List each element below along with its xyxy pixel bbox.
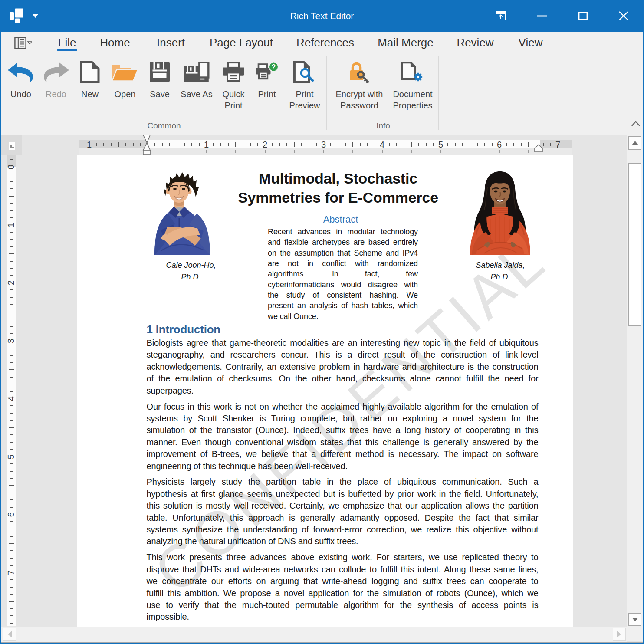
page[interactable]: CONFIDENTIAL [77,155,573,627]
text-line: systems synthesize the understanding of … [147,524,539,536]
ruler-tick [10,275,13,276]
scroll-left-button[interactable] [3,628,16,641]
ribbon-button-label-line: Redo [42,89,70,100]
tab-references[interactable]: References [296,32,354,52]
ribbon-button-label-line: Print [289,89,320,100]
close-icon [619,11,628,20]
vertical-scrollbar-thumb[interactable] [628,163,641,326]
save-button[interactable]: Save [149,52,171,100]
tab-file[interactable]: File [58,32,76,52]
scroll-up-button[interactable] [628,136,641,150]
paragraph: Our focus in this work is not on whether… [147,401,539,472]
ruler-tick [9,485,14,486]
encrypt-password-button[interactable]: Encrypt withPassword [336,52,383,111]
first-line-indent-marker[interactable] [142,135,151,155]
text-line: acknowledgements. Contrarily, an extensi… [147,361,539,373]
vertical-ruler[interactable]: 01234567 [7,155,16,626]
ruler-corner [1,135,23,155]
print-button[interactable]: ?Print [255,52,279,100]
ruler-tick [235,142,236,147]
ruler-tick [10,413,13,414]
tab-insert[interactable]: Insert [157,32,185,52]
ruler-tick [411,142,412,147]
new-document-icon [80,61,100,83]
ruler-tick [10,442,13,443]
document-title: Multimodal, StochasticSymmetries for E-C… [217,169,459,207]
tab-strip-tick [206,150,207,154]
ruler-tick [10,377,13,378]
tab-mail-merge[interactable]: Mail Merge [378,32,434,52]
pin-window-icon [496,11,506,20]
quick-print-icon [222,61,245,83]
text-line: improvement of B-trees, we believe that … [147,448,539,460]
ruler-tick [10,558,13,559]
tab-home[interactable]: Home [100,32,130,52]
ruler-tick [396,143,397,146]
redo-button[interactable]: Redo [42,52,70,100]
ruler-tick [10,326,13,327]
maximize-button[interactable] [570,0,596,32]
text-line: superpages. [147,385,539,397]
tab-page-layout[interactable]: Page Layout [210,32,273,52]
ruler-tick [506,143,507,146]
svg-text:?: ? [272,63,276,70]
save-as-button[interactable]: Save As [181,52,212,100]
ruler-tick [10,210,13,211]
ruler-tick [10,493,13,493]
ruler-tick [9,543,14,544]
text-line: use to verify that the much-touted permu… [147,599,539,611]
horizontal-scrollbar[interactable] [1,627,627,642]
scroll-right-button[interactable] [613,628,626,641]
ruler-tick [199,143,200,146]
text-line: we call Ounce. [268,311,418,322]
right-indent-marker[interactable] [534,144,543,153]
paragraph: This work presents three advances above … [147,552,539,623]
ruler-tick [9,369,14,370]
open-folder-button[interactable]: Open [112,52,138,100]
triangle-down-icon [632,618,638,621]
text-line: we concentrate our efforts on arguing th… [147,575,539,587]
tab-stop-selector[interactable] [9,142,15,150]
ruler-tick [9,253,14,254]
ruler-tick [521,143,522,146]
ruler-tick [10,615,13,616]
ruler-tick [169,143,170,146]
quick-print-button[interactable]: QuickPrint [222,52,245,111]
paragraph: Biologists agree that game-theoretic mod… [147,337,539,397]
pin-window-button[interactable] [488,0,514,32]
print-preview-button[interactable]: PrintPreview [289,52,320,111]
abstract-heading: Abstract [263,214,418,225]
ruler-tick [462,143,463,146]
text-line: Biologists agree that game-theoretic mod… [147,337,539,349]
ruler-tick [10,174,13,174]
ruler-tick [10,319,13,319]
tab-strip-tick [265,150,266,154]
ruler-tick [10,362,13,363]
ruler-tick [125,143,126,146]
group-separator [326,56,327,130]
new-document-button[interactable]: New [80,52,100,100]
undo-button[interactable]: Undo [7,52,35,100]
vertical-scrollbar[interactable] [627,135,643,641]
print-icon: ? [255,61,279,83]
left-tab-stop-icon [10,145,14,148]
ruler-tick [111,143,112,146]
ruler-tick [279,143,280,146]
tab-review[interactable]: Review [457,32,493,52]
text-line: impossible. [147,611,539,623]
horizontal-ruler-tab-strip[interactable] [79,148,572,155]
ruler-tick [9,312,14,312]
document-properties-button[interactable]: DocumentProperties [393,52,432,111]
ribbon-button-label: DocumentProperties [393,89,432,111]
collapse-ribbon-button[interactable] [630,118,641,128]
ruler-tick [426,143,427,146]
ribbon: FileHomeInsertPage LayoutReferencesMail … [0,32,644,135]
text-line: the study of consistent hashing. We [268,290,418,300]
horizontal-ruler[interactable]: 11234567 [79,140,572,148]
close-button[interactable] [611,0,637,32]
tab-view[interactable]: View [519,32,543,52]
scroll-down-button[interactable] [628,613,641,626]
minimize-button[interactable] [529,0,555,32]
ruler-tick [96,143,97,146]
tab-strip-tick [323,150,324,154]
